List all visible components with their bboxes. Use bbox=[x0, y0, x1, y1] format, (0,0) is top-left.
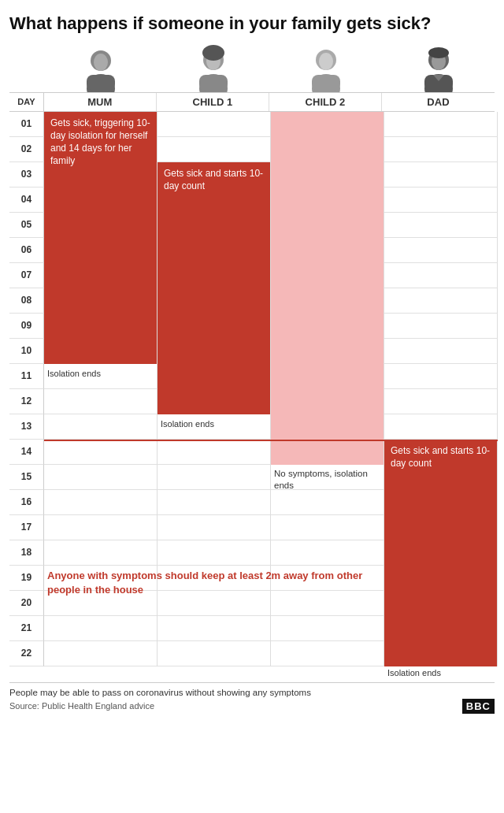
avatar-row bbox=[44, 45, 495, 92]
day-cell: 14 bbox=[9, 440, 44, 465]
grid-cell-dad bbox=[384, 566, 497, 591]
grid-cell-child1 bbox=[158, 314, 270, 339]
dad-annotation: Gets sick and starts 10-day count bbox=[387, 443, 495, 471]
main-container: What happens if someone in your family g… bbox=[0, 0, 504, 720]
grid-cell-child1 bbox=[158, 540, 270, 566]
footer-note: People may be able to pass on coronaviru… bbox=[9, 688, 495, 697]
grid-cell-child2 bbox=[271, 238, 384, 263]
grid-cell-child1 bbox=[158, 465, 270, 490]
day-cell: 03 bbox=[9, 162, 44, 187]
grid-cell-dad bbox=[384, 515, 497, 540]
grid-cell-mum bbox=[44, 288, 157, 314]
grid-cell-dad bbox=[384, 591, 497, 616]
grid-cell-child2 bbox=[271, 263, 384, 288]
col-header-child2: CHILD 2 bbox=[269, 93, 382, 111]
data-columns: Gets sick, triggering 10-day isolation f… bbox=[44, 112, 498, 666]
day-cell: 04 bbox=[9, 187, 44, 213]
svg-rect-3 bbox=[87, 75, 115, 91]
day-cell: 10 bbox=[9, 339, 44, 364]
day-cell: 02 bbox=[9, 137, 44, 162]
grid-cell-mum bbox=[44, 616, 157, 641]
grid-cell-child2 bbox=[271, 137, 384, 162]
grid-cell-child1 bbox=[158, 515, 270, 540]
day-column-header: DAY bbox=[9, 93, 44, 111]
grid-cell-child1 bbox=[158, 137, 270, 162]
grid-cell-mum bbox=[44, 540, 157, 566]
day-cell: 12 bbox=[9, 389, 44, 414]
grid-cell-child2 bbox=[271, 314, 384, 339]
mum-isolation-ends-label: Isolation ends bbox=[47, 369, 101, 378]
grid-cell-mum bbox=[44, 213, 157, 238]
day-cell: 15 bbox=[9, 465, 44, 490]
red-horizontal-line bbox=[44, 440, 498, 441]
grid-cell-child2 bbox=[271, 515, 384, 540]
grid-cell-mum bbox=[44, 314, 157, 339]
dad-column bbox=[384, 112, 498, 666]
grid-cell-mum bbox=[44, 238, 157, 263]
grid-cell-child1 bbox=[158, 616, 270, 641]
grid-cell-child1 bbox=[158, 213, 270, 238]
footer: People may be able to pass on coronaviru… bbox=[9, 682, 495, 714]
child1-annotation: Gets sick and starts 10-day count bbox=[161, 165, 268, 194]
column-headers: DAY MUM CHILD 1 CHILD 2 DAD bbox=[9, 92, 495, 112]
mum-avatar-icon bbox=[77, 45, 124, 92]
grid-cell-dad bbox=[384, 389, 497, 414]
grid-cell-child2 bbox=[271, 364, 384, 389]
day-cell: 18 bbox=[9, 540, 44, 566]
grid-cell-dad bbox=[384, 112, 497, 137]
grid-cell-dad bbox=[384, 364, 497, 389]
grid-cell-child1 bbox=[158, 263, 270, 288]
grid-cell-child2 bbox=[271, 540, 384, 566]
grid-cell-child1 bbox=[158, 339, 270, 364]
grid-cell-child1 bbox=[158, 364, 270, 389]
grid-cell-dad bbox=[384, 339, 497, 364]
avatar-dad bbox=[382, 45, 495, 92]
grid-cell-child1 bbox=[158, 490, 270, 515]
mum-annotation: Gets sick, triggering 10-day isolation f… bbox=[47, 115, 154, 169]
grid-cell-mum bbox=[44, 414, 157, 440]
bbc-logo: BBC bbox=[462, 699, 495, 714]
grid-cell-child2 bbox=[271, 440, 384, 465]
day-cell: 22 bbox=[9, 641, 44, 666]
grid-cell-dad bbox=[384, 540, 497, 566]
grid-cell-child2 bbox=[271, 288, 384, 314]
footer-source: Source: Public Health England advice bbox=[9, 701, 154, 711]
day-cell: 20 bbox=[9, 591, 44, 616]
grid-cell-dad bbox=[384, 187, 497, 213]
dad-isolation-ends-label: Isolation ends bbox=[387, 668, 441, 678]
grid-cell-mum bbox=[44, 440, 157, 465]
dad-avatar-icon bbox=[415, 45, 462, 92]
grid-cell-dad bbox=[384, 162, 497, 187]
avatar-child2 bbox=[269, 45, 382, 92]
grid-cell-child2 bbox=[271, 490, 384, 515]
grid-cell-dad bbox=[384, 238, 497, 263]
svg-point-15 bbox=[428, 47, 449, 58]
day-cell: 05 bbox=[9, 213, 44, 238]
grid-cell-mum bbox=[44, 490, 157, 515]
grid-cell-child2 bbox=[271, 187, 384, 213]
child2-avatar-icon bbox=[302, 45, 350, 92]
day-numbers-column: 0102030405060708091011121314151617181920… bbox=[9, 112, 44, 666]
grid-cell-child2 bbox=[271, 162, 384, 187]
day-cell: 17 bbox=[9, 515, 44, 540]
grid-cell-mum bbox=[44, 263, 157, 288]
day-cell: 01 bbox=[9, 112, 44, 137]
grid-cell-child1 bbox=[158, 389, 270, 414]
grid-cell-mum bbox=[44, 389, 157, 414]
grid-cell-child2 bbox=[271, 339, 384, 364]
grid-cell-dad bbox=[384, 213, 497, 238]
grid-cell-child2 bbox=[271, 389, 384, 414]
day-cell: 08 bbox=[9, 288, 44, 314]
grid-cell-dad bbox=[384, 616, 497, 641]
svg-point-6 bbox=[202, 45, 224, 61]
col-header-dad: DAD bbox=[382, 93, 495, 111]
main-grid: 0102030405060708091011121314151617181920… bbox=[9, 112, 495, 666]
grid-cell-child1 bbox=[158, 288, 270, 314]
avatar-mum bbox=[44, 45, 157, 92]
grid-cell-child2 bbox=[271, 213, 384, 238]
svg-rect-12 bbox=[312, 75, 340, 91]
day-cell: 06 bbox=[9, 238, 44, 263]
day-cell: 21 bbox=[9, 616, 44, 641]
advisory-text: Anyone with symptoms should keep at leas… bbox=[47, 569, 381, 597]
grid-cell-child2 bbox=[271, 112, 384, 137]
